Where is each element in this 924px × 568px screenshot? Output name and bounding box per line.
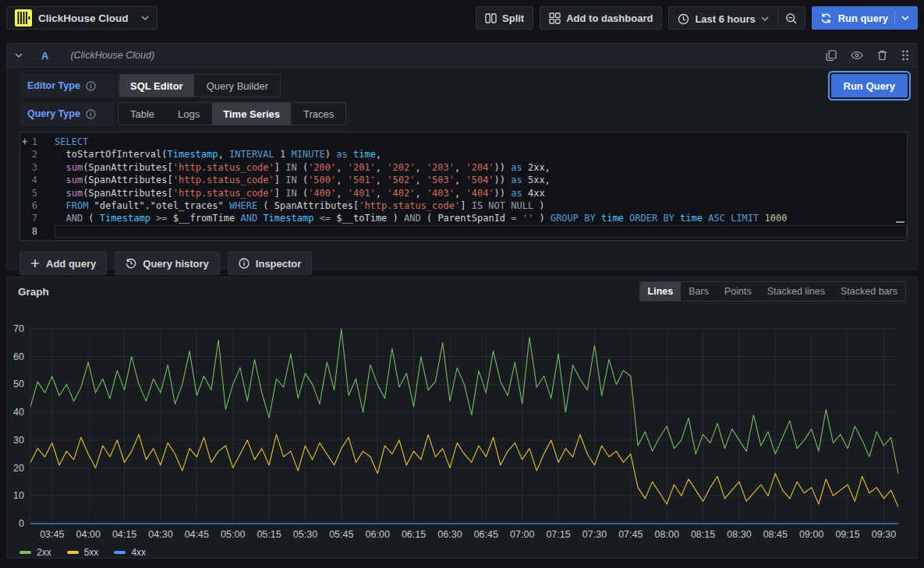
editor-type-tabs: SQL EditorQuery Builder	[118, 74, 281, 97]
query-type-option-table[interactable]: Table	[119, 103, 165, 125]
zoom-out-button[interactable]	[778, 7, 805, 30]
collapse-chevron-icon[interactable]	[15, 53, 23, 58]
add-query-button[interactable]: Add query	[19, 252, 107, 275]
line-number: 1+	[20, 136, 47, 148]
info-circle-icon[interactable]	[86, 109, 96, 119]
svg-text:08:15: 08:15	[691, 529, 715, 540]
line-number: 8	[20, 225, 47, 238]
run-query-button[interactable]: Run query	[812, 6, 918, 30]
svg-text:0: 0	[19, 518, 24, 529]
sql-line: sum(SpanAttributes['http.status_code'] I…	[55, 187, 907, 199]
svg-text:07:30: 07:30	[582, 529, 607, 540]
sync-icon	[820, 12, 832, 24]
query-type-option-traces[interactable]: Traces	[292, 103, 345, 125]
split-icon	[485, 12, 497, 24]
svg-text:08:00: 08:00	[655, 529, 679, 540]
history-icon	[126, 258, 136, 269]
insert-plus-icon[interactable]: +	[22, 136, 27, 148]
svg-text:06:00: 06:00	[366, 529, 390, 540]
legend-item-4xx[interactable]: 4xx	[114, 547, 146, 558]
svg-text:05:30: 05:30	[293, 529, 317, 540]
query-row-header[interactable]: A (ClickHouse Cloud)	[7, 44, 917, 68]
svg-text:09:15: 09:15	[835, 529, 859, 540]
split-button[interactable]: Split	[476, 6, 533, 30]
hide-query-eye-icon[interactable]	[851, 51, 863, 60]
svg-text:09:30: 09:30	[872, 529, 896, 540]
graph-mode-bars[interactable]: Bars	[681, 282, 717, 301]
legend-swatch	[19, 551, 31, 554]
svg-text:08:45: 08:45	[763, 529, 788, 540]
inspector-button[interactable]: Inspector	[228, 252, 313, 275]
svg-text:20: 20	[13, 463, 24, 474]
svg-text:04:00: 04:00	[76, 529, 101, 540]
svg-text:06:30: 06:30	[437, 529, 462, 540]
graph-mode-toggle: LinesBarsPointsStacked linesStacked bars	[639, 281, 906, 302]
divider	[894, 11, 895, 25]
svg-text:05:45: 05:45	[329, 529, 353, 540]
clock-icon	[678, 13, 689, 25]
query-type-label: Query Type	[19, 102, 115, 125]
legend-item-5xx[interactable]: 5xx	[67, 547, 99, 558]
line-number: 3	[20, 161, 47, 174]
sql-line: toStartOfInterval(Timestamp, INTERVAL 1 …	[55, 148, 907, 161]
editor-type-option-sql-editor[interactable]: SQL Editor	[119, 75, 194, 97]
datasource-name: ClickHouse Cloud	[38, 12, 135, 24]
time-picker-group: Last 6 hours	[668, 6, 805, 30]
svg-text:07:15: 07:15	[546, 529, 570, 540]
graph-svg[interactable]: 01020304050607003:4504:0004:1504:3004:45…	[7, 305, 905, 544]
sql-line: sum(SpanAttributes['http.status_code'] I…	[55, 161, 907, 174]
sql-line: AND ( Timestamp >= $__fromTime AND Times…	[55, 212, 907, 224]
legend-item-2xx[interactable]: 2xx	[19, 547, 51, 558]
plus-icon	[30, 259, 40, 268]
time-range-button[interactable]: Last 6 hours	[669, 7, 777, 30]
datasource-picker[interactable]: ClickHouse Cloud	[6, 6, 158, 30]
delete-query-trash-icon[interactable]	[877, 50, 887, 61]
drag-handle-icon[interactable]	[901, 50, 909, 61]
line-number: 4	[20, 174, 47, 186]
editor-type-option-query-builder[interactable]: Query Builder	[196, 75, 279, 97]
graph-mode-stacked-bars[interactable]: Stacked bars	[833, 282, 905, 301]
query-type-option-time-series[interactable]: Time Series	[212, 103, 291, 125]
info-circle-icon[interactable]	[86, 81, 96, 91]
query-type-tabs: TableLogsTime SeriesTraces	[118, 102, 346, 125]
svg-text:08:30: 08:30	[727, 529, 751, 540]
chevron-down-icon	[761, 16, 769, 21]
svg-text:04:30: 04:30	[148, 529, 172, 540]
query-datasource-hint: (ClickHouse Cloud)	[70, 50, 154, 61]
overview-ruler-cursor	[896, 221, 905, 223]
editor-code: SELECT toStartOfInterval(Timestamp, INTE…	[47, 132, 907, 240]
query-type-option-logs[interactable]: Logs	[167, 103, 211, 125]
svg-text:04:15: 04:15	[112, 529, 136, 540]
sql-line: FROM "default"."otel_traces" WHERE ( Spa…	[55, 199, 907, 212]
graph-mode-stacked-lines[interactable]: Stacked lines	[759, 282, 833, 301]
top-toolbar: ClickHouse Cloud Split Add to dashboard …	[0, 0, 924, 35]
copy-query-icon[interactable]	[826, 50, 837, 62]
editor-gutter: 1+2345678	[20, 132, 47, 240]
sql-line	[55, 225, 907, 238]
line-number: 5	[20, 187, 47, 199]
svg-text:06:15: 06:15	[402, 529, 426, 540]
query-history-button[interactable]: Query history	[115, 252, 220, 275]
svg-text:50: 50	[13, 379, 24, 390]
add-to-dashboard-button[interactable]: Add to dashboard	[540, 6, 662, 30]
graph-mode-points[interactable]: Points	[717, 282, 759, 301]
query-run-button[interactable]: Run Query	[831, 74, 908, 97]
graph-mode-lines[interactable]: Lines	[640, 282, 681, 301]
svg-text:05:15: 05:15	[257, 529, 281, 540]
svg-text:03:45: 03:45	[40, 529, 64, 540]
graph-panel-title: Graph	[18, 286, 49, 298]
svg-text:04:45: 04:45	[185, 529, 209, 540]
legend-label: 2xx	[37, 547, 51, 558]
chevron-down-icon[interactable]	[901, 16, 909, 20]
query-ref-id: A	[41, 50, 48, 62]
sql-line: sum(SpanAttributes['http.status_code'] I…	[55, 174, 907, 186]
query-editor-panel: A (ClickHouse Cloud) Editor Type SQL Edi…	[6, 43, 918, 270]
sql-code-editor[interactable]: 1+2345678 SELECT toStartOfInterval(Times…	[19, 132, 908, 241]
line-number: 2	[20, 148, 47, 161]
graph-legend: 2xx5xx4xx	[7, 544, 917, 561]
svg-text:70: 70	[13, 323, 24, 334]
legend-swatch	[67, 551, 79, 554]
sql-line: SELECT	[55, 136, 907, 148]
svg-text:05:00: 05:00	[221, 529, 245, 540]
clickhouse-logo-icon	[15, 9, 32, 26]
